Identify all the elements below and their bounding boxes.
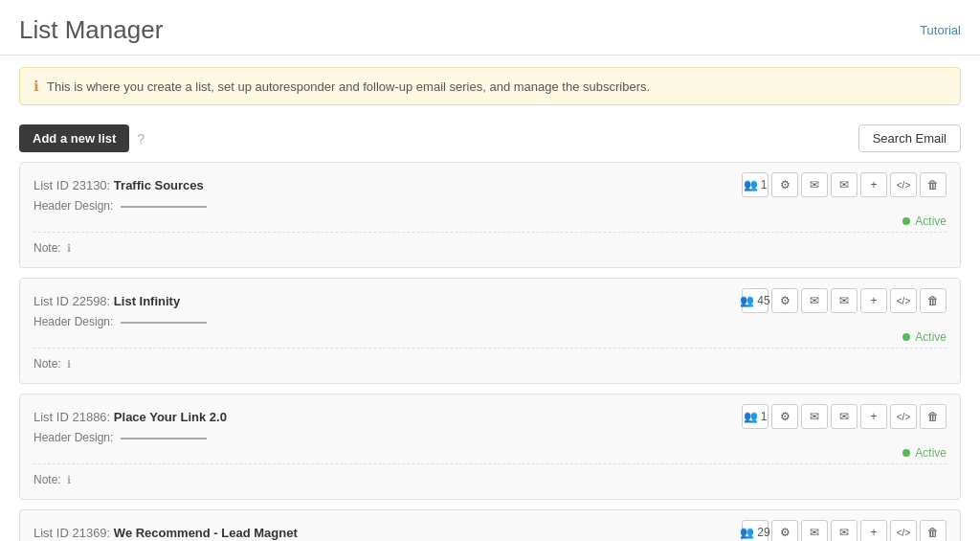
code-icon: </> xyxy=(897,180,910,191)
note-help-icon: ℹ xyxy=(67,358,71,371)
list-actions: 👥 45 ⚙ ✉ ✉ + </> 🗑 xyxy=(742,288,947,313)
note-row: Note: ℹ xyxy=(33,348,947,377)
delete-button[interactable]: 🗑 xyxy=(920,172,947,197)
add-button[interactable]: + xyxy=(860,520,887,541)
add-button[interactable]: + xyxy=(860,404,887,429)
status-label: Active xyxy=(915,446,947,460)
add-button[interactable]: + xyxy=(860,172,887,197)
note-row: Note: ℹ xyxy=(33,232,947,261)
banner-text: This is where you create a list, set up … xyxy=(47,79,650,94)
delete-icon: 🗑 xyxy=(927,526,939,539)
note-help-icon: ℹ xyxy=(67,242,71,255)
list-id: List ID 23130: xyxy=(33,178,110,192)
list-title: Traffic Sources xyxy=(114,178,204,192)
active-dot xyxy=(902,449,910,457)
email-button[interactable]: ✉ xyxy=(801,288,828,313)
list-card: List ID 21369: We Recommend - Lead Magne… xyxy=(19,509,961,541)
active-dot xyxy=(902,333,910,341)
subscriber-count: 1 xyxy=(761,410,768,423)
code-button[interactable]: </> xyxy=(890,520,917,541)
code-button[interactable]: </> xyxy=(890,288,917,313)
list-actions: 👥 1 ⚙ ✉ ✉ + </> 🗑 xyxy=(742,172,947,197)
autoresponder-icon: ✉ xyxy=(839,410,849,423)
subscribers-button[interactable]: 👥 45 xyxy=(742,288,768,313)
add-icon: + xyxy=(870,178,877,192)
delete-icon: 🗑 xyxy=(927,410,939,423)
list-top: List ID 22598: List Infinity 👥 45 ⚙ ✉ ✉ … xyxy=(33,288,947,313)
page-title: List Manager xyxy=(19,15,163,45)
status-label: Active xyxy=(915,330,947,344)
settings-button[interactable]: ⚙ xyxy=(771,404,798,429)
search-email-button[interactable]: Search Email xyxy=(858,124,961,152)
list-name: List ID 22598: List Infinity xyxy=(33,294,180,308)
list-top: List ID 21369: We Recommend - Lead Magne… xyxy=(33,520,947,541)
subscribers-button[interactable]: 👥 1 xyxy=(742,172,768,197)
subscriber-count: 29 xyxy=(757,526,769,539)
subscribers-button[interactable]: 👥 29 xyxy=(742,520,768,541)
add-button[interactable]: + xyxy=(860,288,887,313)
settings-icon: ⚙ xyxy=(780,526,791,539)
help-icon[interactable]: ? xyxy=(137,131,145,147)
code-icon: </> xyxy=(897,528,910,538)
list-title: We Recommend - Lead Magnet xyxy=(114,526,298,540)
toolbar: Add a new list ? Search Email xyxy=(0,117,980,162)
note-label: Note: xyxy=(33,473,61,486)
header-design-label: Header Design: xyxy=(33,431,113,444)
subscriber-count: 45 xyxy=(757,294,769,307)
list-id: List ID 22598: xyxy=(33,294,110,308)
autoresponder-button[interactable]: ✉ xyxy=(831,288,858,313)
add-icon: + xyxy=(870,410,877,423)
settings-button[interactable]: ⚙ xyxy=(771,520,798,541)
email-button[interactable]: ✉ xyxy=(801,172,828,197)
list-top: List ID 21886: Place Your Link 2.0 👥 1 ⚙… xyxy=(33,404,947,429)
note-input[interactable] xyxy=(77,237,947,259)
add-new-list-button[interactable]: Add a new list xyxy=(19,124,129,152)
header-design-line xyxy=(121,322,207,324)
email-button[interactable]: ✉ xyxy=(801,404,828,429)
note-input[interactable] xyxy=(77,353,947,374)
code-icon: </> xyxy=(897,412,910,422)
list-meta: Header Design: xyxy=(33,431,947,444)
settings-button[interactable]: ⚙ xyxy=(771,288,798,313)
code-button[interactable]: </> xyxy=(890,404,917,429)
code-button[interactable]: </> xyxy=(890,172,917,197)
email-icon: ✉ xyxy=(810,410,819,423)
note-label: Note: xyxy=(33,357,61,371)
lists-container: List ID 23130: Traffic Sources 👥 1 ⚙ ✉ ✉… xyxy=(0,162,980,541)
autoresponder-button[interactable]: ✉ xyxy=(831,520,858,541)
settings-button[interactable]: ⚙ xyxy=(771,172,798,197)
email-button[interactable]: ✉ xyxy=(801,520,828,541)
header-design-line xyxy=(121,438,207,440)
subscriber-count: 1 xyxy=(761,178,768,192)
list-name: List ID 21369: We Recommend - Lead Magne… xyxy=(33,526,298,540)
autoresponder-icon: ✉ xyxy=(839,526,849,539)
list-title: Place Your Link 2.0 xyxy=(114,410,227,424)
note-input[interactable] xyxy=(77,469,947,490)
list-title: List Infinity xyxy=(114,294,180,308)
autoresponder-button[interactable]: ✉ xyxy=(831,404,858,429)
toolbar-left: Add a new list ? xyxy=(19,124,145,152)
delete-button[interactable]: 🗑 xyxy=(920,404,947,429)
list-card: List ID 21886: Place Your Link 2.0 👥 1 ⚙… xyxy=(19,394,961,500)
header-design-line xyxy=(121,206,207,208)
header-design-label: Header Design: xyxy=(33,315,113,328)
delete-button[interactable]: 🗑 xyxy=(920,520,947,541)
list-card: List ID 22598: List Infinity 👥 45 ⚙ ✉ ✉ … xyxy=(19,278,961,384)
list-id: List ID 21369: xyxy=(33,526,110,540)
list-actions: 👥 29 ⚙ ✉ ✉ + </> 🗑 xyxy=(742,520,947,541)
delete-button[interactable]: 🗑 xyxy=(920,288,947,313)
delete-icon: 🗑 xyxy=(927,178,939,192)
tutorial-link[interactable]: Tutorial xyxy=(920,23,961,37)
note-label: Note: xyxy=(33,241,61,255)
email-icon: ✉ xyxy=(810,526,819,539)
header-design-label: Header Design: xyxy=(33,199,113,213)
list-id: List ID 21886: xyxy=(33,410,110,424)
list-meta: Header Design: xyxy=(33,199,947,213)
note-row: Note: ℹ xyxy=(33,463,947,493)
add-icon: + xyxy=(870,526,877,539)
autoresponder-button[interactable]: ✉ xyxy=(831,172,858,197)
active-dot xyxy=(902,217,910,225)
list-actions: 👥 1 ⚙ ✉ ✉ + </> 🗑 xyxy=(742,404,947,429)
subscribers-button[interactable]: 👥 1 xyxy=(742,404,768,429)
list-meta: Header Design: xyxy=(33,315,947,328)
